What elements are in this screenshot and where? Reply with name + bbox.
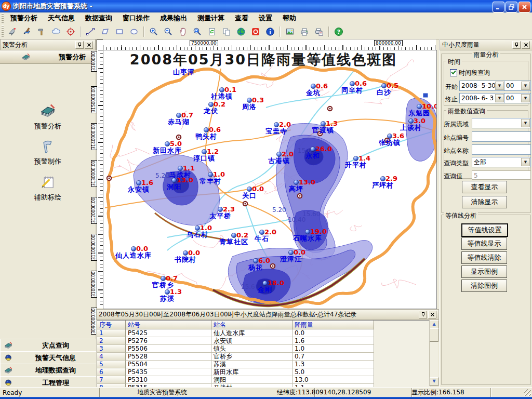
station-marker-icon[interactable] xyxy=(208,102,213,107)
target-locate-icon[interactable] xyxy=(64,25,77,38)
query-type-combo[interactable]: 全部▼ xyxy=(472,157,531,167)
menu-item-1[interactable]: 天气信息 xyxy=(43,12,80,24)
start-date-combo[interactable]: 2008- 5-30▼ xyxy=(459,81,505,91)
close-icon[interactable] xyxy=(522,41,530,49)
station-marker-icon[interactable] xyxy=(276,152,281,156)
contour-button-1[interactable]: 等值线显示 xyxy=(461,237,507,250)
scroll-down-icon[interactable]: ▼ xyxy=(430,377,438,386)
close-button[interactable] xyxy=(518,2,530,12)
info-identify-icon[interactable] xyxy=(264,25,276,38)
station-marker-icon[interactable] xyxy=(380,176,385,181)
draw-polygon-icon[interactable] xyxy=(99,25,111,38)
station-marker-icon[interactable] xyxy=(165,289,169,294)
table-row[interactable]: 7P5310洞阳13.0 xyxy=(97,376,431,384)
close-icon[interactable] xyxy=(428,311,436,318)
nav-bar-0[interactable]: 灾点查询 xyxy=(0,339,97,352)
draw-line-icon[interactable] xyxy=(84,25,97,38)
station-marker-icon[interactable] xyxy=(321,121,325,126)
station-marker-icon[interactable] xyxy=(274,122,278,127)
pan-hand-icon[interactable] xyxy=(177,25,189,38)
map-canvas[interactable]: 5.2010.4015.65.2015.6010.4015.6 山枣潭0.1社港… xyxy=(103,50,437,309)
station-marker-icon[interactable] xyxy=(171,178,176,182)
nav-bar-2[interactable]: 地理数据查询 xyxy=(0,364,97,377)
end-hour-combo[interactable]: 00▼ xyxy=(504,93,531,103)
zoom-out-icon[interactable] xyxy=(162,25,175,38)
station-marker-icon[interactable] xyxy=(131,246,136,251)
menu-item-4[interactable]: 成果输出 xyxy=(155,12,192,24)
pin-icon[interactable] xyxy=(512,41,521,49)
basin-combo[interactable]: ▼ xyxy=(472,118,531,128)
start-hour-combo[interactable]: 00▼ xyxy=(504,81,531,91)
station-marker-icon[interactable] xyxy=(259,230,264,234)
station-marker-icon[interactable] xyxy=(311,84,315,88)
close-icon[interactable] xyxy=(85,41,93,49)
station-marker-icon[interactable] xyxy=(178,166,182,170)
station-marker-icon[interactable] xyxy=(253,258,258,263)
table-row[interactable]: 1P5425仙人造水库0.0 xyxy=(97,329,431,337)
table-row[interactable]: 2P5276永安镇1.6 xyxy=(97,337,431,345)
menu-item-7[interactable]: 设置 xyxy=(254,12,277,24)
zoom-select-icon[interactable] xyxy=(191,25,204,38)
left-group-header[interactable]: 预警分析 xyxy=(0,50,96,64)
restore-button[interactable] xyxy=(506,2,517,12)
nav-bar-1[interactable]: 预警天气信息 xyxy=(0,351,97,364)
station-marker-icon[interactable] xyxy=(408,118,413,123)
table-row[interactable]: 4P5528官桥乡0.7 xyxy=(97,353,431,361)
station-marker-icon[interactable] xyxy=(202,149,206,154)
export-image-icon[interactable] xyxy=(284,25,296,38)
station-marker-icon[interactable] xyxy=(294,180,298,184)
zoom-in-icon[interactable] xyxy=(148,25,160,38)
left-item-0[interactable]: 预警分析 xyxy=(0,102,96,131)
draw-rectangle-icon[interactable] xyxy=(113,25,126,38)
menu-item-8[interactable]: 帮助 xyxy=(277,12,301,24)
station-marker-icon[interactable] xyxy=(176,113,181,117)
cloud-weather-icon[interactable] xyxy=(50,25,62,38)
station-marker-icon[interactable] xyxy=(247,98,251,102)
table-scrollbar[interactable]: ▲ ▼ xyxy=(429,320,438,386)
help-icon[interactable]: ? xyxy=(332,25,345,38)
table-row[interactable]: 3P5506镇头1.0 xyxy=(97,345,431,353)
left-item-2[interactable]: 辅助标绘 xyxy=(0,174,96,202)
contour-button-0[interactable]: 等值线设置 xyxy=(461,223,508,237)
resize-grip[interactable] xyxy=(524,389,531,396)
end-date-combo[interactable]: 2008- 6- 3▼ xyxy=(459,93,505,103)
pin-icon[interactable] xyxy=(419,311,427,318)
station-marker-icon[interactable] xyxy=(262,281,267,285)
scroll-thumb[interactable] xyxy=(430,328,438,342)
column-header-1[interactable]: 站号 xyxy=(126,321,211,329)
menu-item-2[interactable]: 数据查询 xyxy=(80,12,117,24)
warning-analysis-icon[interactable] xyxy=(6,25,19,38)
time-range-checkbox[interactable] xyxy=(450,69,457,76)
station-marker-icon[interactable] xyxy=(208,172,212,177)
hammer-tool-icon[interactable] xyxy=(35,25,48,38)
minimize-button[interactable] xyxy=(493,2,504,12)
scroll-up-icon[interactable]: ▲ xyxy=(430,320,438,329)
contour-button-2[interactable]: 等值线清除 xyxy=(461,251,507,264)
clear-display-button[interactable]: 清除显示 xyxy=(462,196,507,208)
column-header-3[interactable]: 降雨量 xyxy=(292,321,374,329)
print-preview-icon[interactable] xyxy=(313,25,325,38)
toolbar-grip[interactable] xyxy=(2,25,4,37)
left-item-1[interactable]: 预警制作 xyxy=(0,138,96,166)
station-marker-icon[interactable] xyxy=(417,104,421,109)
station-marker-icon[interactable] xyxy=(310,147,315,151)
station-marker-icon[interactable] xyxy=(161,276,165,281)
station-marker-icon[interactable] xyxy=(353,156,358,161)
menu-item-0[interactable]: 预警分析 xyxy=(5,12,43,24)
stop-render-icon[interactable] xyxy=(249,25,262,38)
menu-item-5[interactable]: 测量计算 xyxy=(192,12,230,24)
titlebar[interactable]: dy 浏阳市地质灾害预警系统 - xyxy=(0,0,532,12)
station-marker-icon[interactable] xyxy=(350,81,354,86)
column-header-2[interactable]: 站名 xyxy=(211,321,292,329)
pin-icon[interactable] xyxy=(75,41,84,49)
station-marker-icon[interactable] xyxy=(247,187,251,191)
draw-ellipse-icon[interactable] xyxy=(128,25,140,38)
globe-full-extent-icon[interactable] xyxy=(235,25,247,38)
station-marker-icon[interactable] xyxy=(219,87,224,92)
station-marker-icon[interactable] xyxy=(288,250,293,255)
column-header-0[interactable]: 序号 xyxy=(97,321,126,329)
station-marker-icon[interactable] xyxy=(183,250,188,255)
station[interactable]: 山枣潭 xyxy=(173,68,195,76)
rain-tool-icon[interactable] xyxy=(21,25,33,38)
query-value-input[interactable]: 5 xyxy=(472,170,531,180)
